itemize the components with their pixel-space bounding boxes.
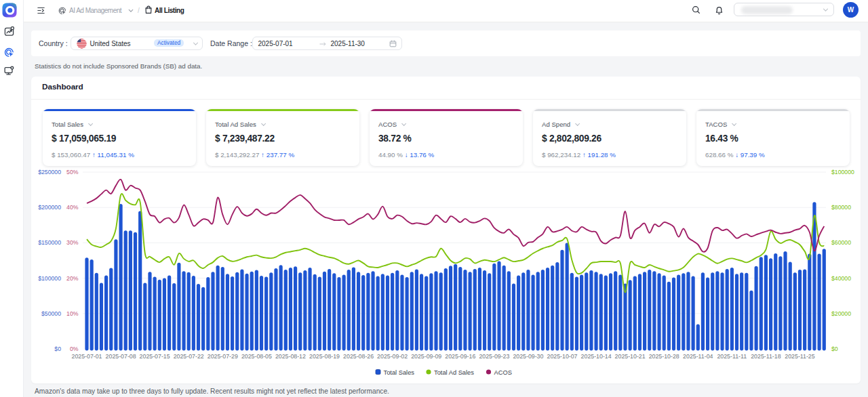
svg-text:2025-09-09: 2025-09-09 [411, 353, 441, 360]
svg-text:2025-11-04: 2025-11-04 [683, 353, 713, 360]
svg-text:$250000: $250000 [38, 169, 61, 175]
svg-text:2025-07-08: 2025-07-08 [106, 353, 136, 360]
svg-text:50%: 50% [66, 169, 79, 175]
svg-text:ACOS: ACOS [494, 369, 512, 376]
svg-text:2025-07-22: 2025-07-22 [174, 353, 204, 360]
svg-text:2025-07-29: 2025-07-29 [208, 353, 238, 360]
svg-text:2025-07-01: 2025-07-01 [72, 353, 102, 360]
svg-text:Total Sales: Total Sales [384, 369, 415, 376]
svg-text:$50000: $50000 [41, 310, 61, 317]
svg-text:$150000: $150000 [38, 239, 61, 246]
svg-text:2025-09-23: 2025-09-23 [479, 353, 509, 360]
svg-text:2025-11-18: 2025-11-18 [751, 353, 781, 360]
svg-text:10%: 10% [66, 310, 79, 317]
svg-text:2025-09-02: 2025-09-02 [377, 353, 408, 360]
svg-text:2025-08-05: 2025-08-05 [241, 353, 272, 360]
svg-text:2025-07-15: 2025-07-15 [140, 353, 170, 360]
svg-text:2025-10-28: 2025-10-28 [649, 353, 679, 360]
svg-text:2025-11-25: 2025-11-25 [785, 353, 814, 360]
svg-text:$20000: $20000 [831, 310, 851, 317]
svg-text:40%: 40% [66, 204, 79, 211]
svg-text:2025-08-12: 2025-08-12 [275, 353, 306, 360]
svg-text:0%: 0% [70, 346, 79, 352]
svg-text:2025-08-26: 2025-08-26 [343, 353, 374, 360]
svg-text:$100000: $100000 [831, 169, 854, 175]
svg-text:$200000: $200000 [38, 204, 61, 211]
svg-text:2025-09-30: 2025-09-30 [513, 353, 543, 360]
svg-text:20%: 20% [66, 275, 79, 282]
svg-text:Total Ad Sales: Total Ad Sales [434, 369, 474, 376]
svg-text:2025-11-11: 2025-11-11 [717, 353, 747, 360]
svg-text:2025-09-16: 2025-09-16 [445, 353, 475, 360]
svg-text:$0: $0 [54, 346, 61, 352]
svg-text:$0: $0 [831, 346, 838, 352]
svg-text:$80000: $80000 [831, 204, 851, 211]
svg-text:$40000: $40000 [831, 275, 851, 282]
svg-text:$100000: $100000 [38, 275, 61, 282]
svg-text:2025-10-14: 2025-10-14 [581, 353, 612, 360]
svg-text:30%: 30% [66, 239, 79, 246]
svg-text:$60000: $60000 [831, 239, 851, 246]
svg-text:2025-10-21: 2025-10-21 [615, 353, 646, 360]
svg-text:2025-10-07: 2025-10-07 [547, 353, 578, 360]
svg-text:2025-08-19: 2025-08-19 [309, 353, 340, 360]
